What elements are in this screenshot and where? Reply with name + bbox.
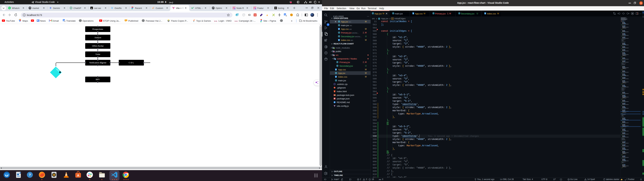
svg-text:<: < xyxy=(334,55,334,56)
svg-text:#: # xyxy=(336,69,336,70)
svg-text:n: n xyxy=(334,94,335,96)
svg-text:#: # xyxy=(413,13,414,14)
svg-text:#: # xyxy=(485,13,486,14)
svg-text:#: # xyxy=(339,28,339,30)
svg-text:#: # xyxy=(339,40,339,40)
svg-text:#: # xyxy=(336,76,336,77)
